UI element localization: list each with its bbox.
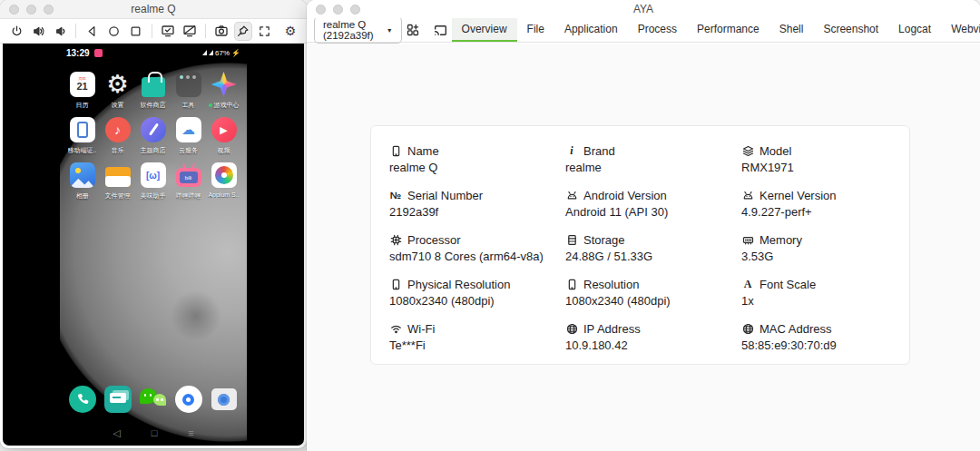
field-value: RMX1971 (741, 161, 909, 174)
field-kernel-version: Kernel Version 4.9.227-perf+ (741, 183, 909, 228)
field-wifi: Wi-Fi Te***Fi (389, 317, 565, 361)
layers-icon (741, 144, 754, 157)
dock-messages[interactable] (100, 386, 135, 413)
tab-webview[interactable]: Webview (941, 18, 980, 42)
home-icon[interactable] (104, 22, 122, 41)
zoom-button[interactable] (44, 5, 54, 15)
app-label: 设置 (112, 101, 124, 110)
app-cloud[interactable]: ☁ 云服务 (171, 116, 206, 155)
tools-folder-icon (176, 72, 201, 97)
app-label: 日历 (76, 101, 89, 110)
app-mobile-cert[interactable]: 移动端证.. (64, 116, 100, 155)
dock-phone[interactable] (64, 386, 100, 413)
app-music[interactable]: ♪ 音乐 (100, 116, 135, 155)
app-game-center[interactable]: 游戏中心 (206, 71, 241, 110)
minimize-button[interactable] (333, 5, 343, 15)
tab-process[interactable]: Process (628, 18, 687, 42)
volume-up-icon[interactable] (29, 22, 47, 41)
phone-statusbar: 13:29 67% ⚡ (60, 45, 247, 60)
right-titlebar: AYA (307, 0, 980, 18)
browser-icon (175, 386, 202, 413)
tab-overview[interactable]: Overview (452, 18, 517, 42)
app-tools-folder[interactable]: 工具 (171, 71, 206, 110)
screenshot-camera-icon[interactable] (212, 22, 230, 41)
dock-wechat[interactable] (135, 386, 171, 413)
toolbar-separator (152, 24, 152, 38)
android-navbar: ◁ □ ≡ (60, 426, 247, 440)
update-dot (209, 103, 212, 107)
field-value: 3.53G (741, 250, 909, 263)
field-memory: Memory 3.53G (741, 228, 909, 272)
nav-back-button[interactable]: ◁ (113, 428, 120, 438)
pin-always-on-top-icon[interactable] (234, 22, 252, 41)
recents-icon[interactable] (126, 22, 144, 41)
app-meiwei[interactable]: [ω] 美味助手 (135, 162, 171, 201)
toolbar-separator (75, 24, 76, 38)
photos-icon (70, 162, 95, 188)
screen-on-icon[interactable] (158, 22, 176, 41)
field-value: Android 11 (API 30) (565, 205, 741, 219)
device-selector-dropdown[interactable]: realme Q (2192a39f) ▼ (314, 16, 402, 44)
app-store-icon (142, 77, 165, 97)
app-label: 视频 (218, 146, 230, 155)
volume-down-icon[interactable] (51, 22, 69, 41)
settings-gear-icon[interactable]: ⚙ (281, 22, 299, 41)
tab-application[interactable]: Application (554, 18, 628, 42)
field-font-scale: AFont Scale 1x (741, 272, 909, 317)
phone-display[interactable]: 13:29 67% ⚡ 周四21 日历 (60, 44, 247, 446)
cloud-service-icon: ☁ (176, 117, 201, 142)
mobile-cert-icon (70, 117, 95, 142)
nav-home-button[interactable]: □ (152, 428, 158, 438)
tab-file[interactable]: File (517, 18, 554, 42)
app-bilibili[interactable]: bili 哔哩哔哩 (171, 162, 206, 201)
app-label: 音乐 (112, 146, 124, 155)
music-icon: ♪ (105, 117, 131, 142)
globe-icon (565, 322, 578, 335)
app-photos[interactable]: 相册 (64, 162, 100, 201)
aya-window: AYA realme Q (2192a39f) ▼ Overview File … (307, 0, 980, 451)
app-video[interactable]: ▶ 视频 (206, 116, 241, 155)
cpu-icon (389, 233, 402, 246)
dock-browser[interactable] (171, 386, 206, 413)
field-brand: iBrand realme (565, 139, 741, 183)
chevron-down-icon: ▼ (387, 27, 393, 34)
phone-mirror-window: realme Q (0, 0, 307, 448)
close-button[interactable] (9, 5, 19, 15)
screen-off-icon[interactable] (181, 22, 199, 41)
close-button[interactable] (316, 5, 326, 15)
zoom-button[interactable] (350, 5, 360, 15)
back-icon[interactable] (83, 22, 101, 41)
power-icon[interactable] (7, 22, 25, 41)
app-settings[interactable]: ⚙ 设置 (100, 71, 135, 110)
field-mac-address: MAC Address 58:85:e9:30:70:d9 (741, 317, 909, 361)
field-value: 58:85:e9:30:70:d9 (741, 338, 909, 352)
phone-call-icon (69, 386, 96, 413)
dock-camera[interactable] (206, 386, 241, 413)
app-label: 游戏中心 (209, 101, 240, 110)
field-ip-address: IP Address 10.9.180.42 (565, 317, 741, 361)
nav-recents-button[interactable]: ≡ (188, 428, 193, 438)
phone-screen[interactable]: 13:29 67% ⚡ 周四21 日历 (3, 44, 304, 446)
storage-icon (565, 233, 578, 246)
charging-bolt-icon: ⚡ (231, 49, 240, 57)
app-theme-store[interactable]: 主题商店 (135, 116, 171, 155)
field-physical-resolution: Physical Resolution 1080x2340 (480dpi) (389, 272, 565, 317)
app-files[interactable]: 文件管理 (100, 162, 135, 201)
fullscreen-icon[interactable] (256, 22, 274, 41)
file-manager-icon (105, 167, 131, 187)
app-calendar[interactable]: 周四21 日历 (64, 71, 100, 110)
device-grid-icon[interactable] (406, 21, 420, 40)
app-label: 移动端证.. (68, 146, 97, 155)
aya-toolbar: realme Q (2192a39f) ▼ Overview File Appl… (307, 18, 980, 43)
app-appium-settings[interactable]: Appium S.. (206, 162, 241, 201)
device-info-card: Name realme Q iBrand realme Model RMX197… (370, 125, 910, 365)
app-label: 美味助手 (141, 191, 166, 201)
minimize-button[interactable] (26, 5, 36, 15)
app-store[interactable]: 软件商店 (135, 71, 171, 110)
tab-screenshot[interactable]: Screenshot (813, 18, 888, 42)
screen-cast-icon[interactable] (433, 21, 448, 40)
tab-shell[interactable]: Shell (769, 18, 814, 42)
tab-performance[interactable]: Performance (687, 18, 769, 42)
memory-icon (741, 233, 754, 246)
tab-logcat[interactable]: Logcat (888, 18, 941, 42)
